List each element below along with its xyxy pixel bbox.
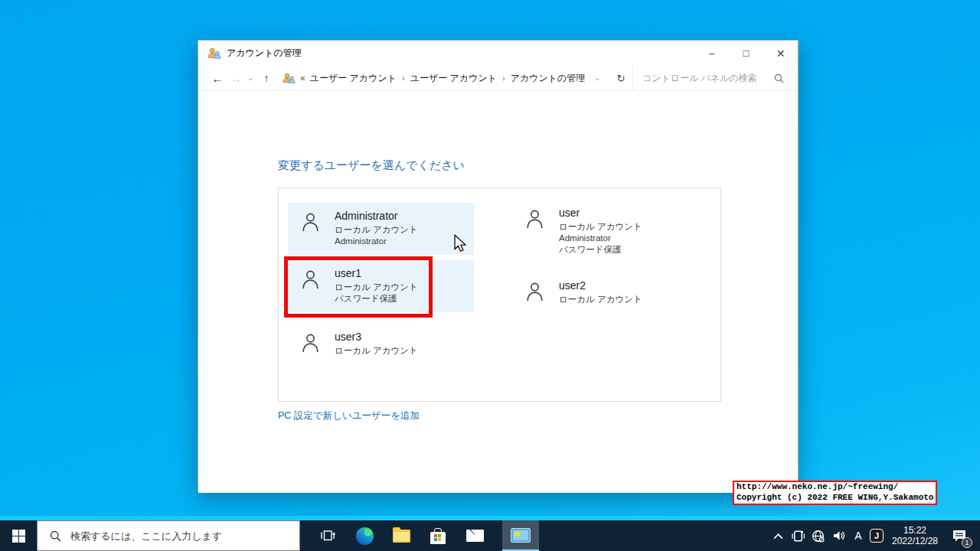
user-silhouette-icon: [527, 282, 543, 302]
user-name: Administrator: [335, 210, 418, 223]
ime-mode-indicator[interactable]: A: [850, 520, 867, 551]
user-tile-user3[interactable]: user3ローカル アカウント: [288, 324, 418, 364]
user-detail: パスワード保護: [559, 244, 642, 256]
store-icon: [430, 532, 446, 544]
user-name: user2: [559, 279, 642, 292]
user-silhouette-icon: [302, 270, 318, 289]
breadcrumb-separator: ›: [402, 73, 405, 83]
address-dropdown-icon[interactable]: ⌄: [588, 74, 606, 82]
search-icon: [50, 530, 61, 542]
task-view-icon: [320, 529, 335, 543]
ime-j-icon: J: [870, 529, 884, 543]
close-button[interactable]: ✕: [763, 41, 798, 66]
control-panel-window: アカウントの管理 – □ ✕ ← → ⌄ ↑ « ユーザー アカウント: [198, 40, 799, 492]
taskbar-search[interactable]: [37, 520, 300, 551]
breadcrumb-item-user-accounts-1[interactable]: ユーザー アカウント: [310, 72, 397, 85]
history-dropdown-icon[interactable]: ⌄: [244, 74, 256, 82]
user-tile-user1[interactable]: user1ローカル アカウントパスワード保護: [288, 260, 474, 312]
breadcrumb-separator: ›: [502, 73, 505, 83]
device-icon: [791, 529, 805, 543]
task-view-button[interactable]: [309, 520, 346, 551]
user-detail: ローカル アカウント: [335, 224, 418, 236]
mail-icon: [466, 530, 484, 542]
user-accounts-icon: [207, 47, 221, 59]
window-controls: – □ ✕: [694, 41, 798, 66]
refresh-button[interactable]: ↻: [609, 73, 632, 84]
watermark: http://www.neko.ne.jp/~freewing/ Copyrig…: [733, 481, 937, 505]
clock-time: 15:22: [892, 525, 938, 536]
up-button[interactable]: ↑: [256, 72, 276, 84]
window-title: アカウントの管理: [227, 47, 302, 60]
minimize-button[interactable]: –: [694, 41, 729, 66]
user-detail: ローカル アカウント: [559, 221, 642, 233]
windows-logo-icon: [12, 530, 25, 543]
user-detail: Administrator: [559, 233, 642, 244]
add-user-link[interactable]: PC 設定で新しいユーザーを追加: [278, 409, 420, 422]
address-bar[interactable]: « ユーザー アカウント › ユーザー アカウント › アカウントの管理 ⌄: [279, 68, 609, 88]
user-silhouette-icon: [527, 210, 543, 229]
ime-language-indicator[interactable]: J: [867, 520, 887, 551]
tray-device-button[interactable]: [788, 520, 808, 551]
user-accounts-icon: [283, 73, 296, 83]
notification-badge: 1: [962, 537, 972, 548]
tray-network-button[interactable]: [808, 520, 828, 551]
page-title: 変更するユーザーを選んでください: [278, 158, 465, 173]
start-button[interactable]: [0, 520, 37, 551]
action-center-button[interactable]: 1: [943, 520, 975, 551]
user-silhouette-icon: [302, 213, 318, 232]
titlebar[interactable]: アカウントの管理 – □ ✕: [198, 41, 798, 66]
file-explorer-button[interactable]: [383, 520, 420, 551]
tray-volume-button[interactable]: [828, 520, 850, 551]
user-silhouette-icon: [302, 334, 318, 353]
watermark-url: http://www.neko.ne.jp/~freewing/: [737, 482, 933, 493]
store-button[interactable]: [420, 520, 456, 551]
active-app-button[interactable]: [502, 520, 539, 551]
breadcrumb-item-user-accounts-2[interactable]: ユーザー アカウント: [410, 72, 497, 85]
mail-button[interactable]: [456, 520, 493, 551]
system-tray: A J 15:22 2022/12/28 1: [768, 520, 980, 551]
window-content: 変更するユーザーを選んでください Administratorローカル アカウント…: [198, 91, 798, 493]
user-detail: パスワード保護: [335, 293, 418, 305]
desktop: アカウントの管理 – □ ✕ ← → ⌄ ↑ « ユーザー アカウント: [0, 0, 980, 551]
edge-icon: [356, 527, 374, 545]
search-input[interactable]: [642, 73, 774, 83]
maximize-button[interactable]: □: [729, 41, 763, 66]
tray-expand-button[interactable]: [768, 520, 788, 551]
clock-date: 2022/12/28: [892, 536, 938, 546]
back-button[interactable]: ←: [207, 72, 227, 85]
user-tile-user2[interactable]: user2ローカル アカウント: [512, 272, 642, 313]
taskbar: A J 15:22 2022/12/28 1: [0, 520, 980, 551]
user-detail: ローカル アカウント: [335, 282, 418, 293]
control-panel-search[interactable]: [632, 66, 790, 91]
file-explorer-icon: [393, 530, 410, 543]
user-detail: ローカル アカウント: [335, 345, 418, 357]
taskbar-clock[interactable]: 15:22 2022/12/28: [887, 520, 943, 551]
user-detail: ローカル アカウント: [559, 294, 642, 305]
globe-no-internet-icon: [811, 529, 825, 543]
manage-accounts-app-icon: [511, 528, 531, 543]
speaker-icon: [832, 529, 847, 543]
forward-button: →: [227, 72, 244, 85]
watermark-copyright: Copyright (c) 2022 FREE WING,Y.Sakamoto: [737, 493, 933, 504]
breadcrumb-collapse[interactable]: «: [300, 73, 305, 83]
taskbar-search-input[interactable]: [70, 530, 292, 542]
mouse-cursor: [452, 234, 469, 253]
chevron-up-icon: [771, 530, 786, 542]
user-detail: Administrator: [335, 236, 418, 247]
user-tile-Administrator[interactable]: Administratorローカル アカウントAdministrator: [288, 203, 474, 255]
edge-button[interactable]: [346, 520, 383, 551]
navigation-bar: ← → ⌄ ↑ « ユーザー アカウント › ユーザー アカウント › アカウン…: [198, 66, 798, 91]
user-name: user1: [335, 267, 418, 280]
user-name: user: [559, 207, 642, 220]
breadcrumb-item-manage-accounts[interactable]: アカウントの管理: [511, 72, 586, 85]
search-icon: [774, 73, 784, 83]
user-name: user3: [335, 331, 418, 344]
user-tile-user[interactable]: userローカル アカウントAdministratorパスワード保護: [512, 200, 642, 263]
